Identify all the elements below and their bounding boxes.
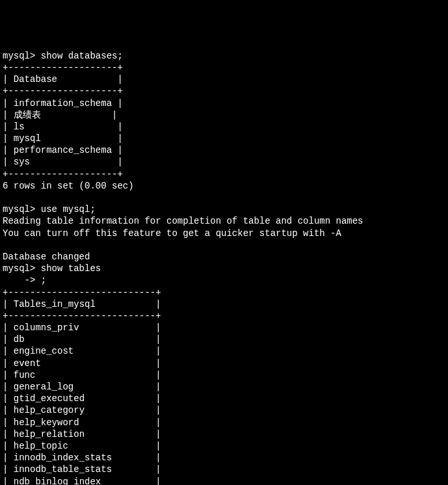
table-border: +---------------------------+	[3, 287, 161, 298]
table-border: +--------------------+	[3, 169, 123, 179]
mysql-prompt: mysql>	[3, 51, 41, 61]
cell-prefix: |	[3, 74, 14, 85]
table-row: | func |	[3, 370, 161, 380]
cell-suffix: |	[57, 74, 123, 85]
terminal-output[interactable]: mysql> show databases; +----------------…	[3, 50, 445, 485]
command-text: ;	[41, 275, 46, 285]
info-message: Reading table information for completion…	[3, 216, 363, 226]
table-row: | general_log |	[3, 382, 161, 392]
table-row: | event |	[3, 358, 161, 369]
table-row: | help_keyword |	[3, 417, 161, 428]
table-row: | help_category |	[3, 405, 161, 415]
cell-prefix: |	[3, 299, 14, 309]
table-row: | ndb_binlog_index |	[3, 477, 161, 486]
continuation-prompt: ->	[3, 275, 41, 285]
column-header: Database	[14, 74, 57, 85]
result-summary: 6 rows in set (0.00 sec)	[3, 181, 134, 191]
table-border: +--------------------+	[3, 86, 123, 96]
table-row: | sys |	[3, 157, 123, 167]
table-row: | mysql |	[3, 133, 123, 144]
table-row: | db |	[3, 334, 161, 345]
table-border: +---------------------------+	[3, 311, 161, 321]
table-row: | columns_priv |	[3, 322, 161, 333]
cell-suffix: |	[96, 299, 161, 309]
mysql-prompt: mysql>	[3, 204, 41, 215]
info-message: You can turn off this feature to get a q…	[3, 228, 341, 239]
table-row: | 成绩表 |	[3, 110, 117, 120]
table-row: | performance_schema |	[3, 145, 123, 155]
column-header: Tables_in_mysql	[14, 299, 96, 309]
command-text: show tables	[41, 263, 101, 274]
table-row: | innodb_table_stats |	[3, 464, 161, 475]
status-message: Database changed	[3, 252, 90, 262]
table-row: | help_relation |	[3, 429, 161, 439]
table-row: | help_topic |	[3, 441, 161, 451]
table-row: | ls |	[3, 122, 123, 132]
command-text: use mysql;	[41, 204, 96, 215]
table-row: | gtid_executed |	[3, 393, 161, 404]
command-text: show databases;	[41, 51, 123, 61]
table-row: | information_schema |	[3, 98, 123, 109]
table-row: | engine_cost |	[3, 346, 161, 356]
mysql-prompt: mysql>	[3, 263, 41, 274]
table-border: +--------------------+	[3, 62, 123, 73]
table-row: | innodb_index_stats |	[3, 452, 161, 463]
